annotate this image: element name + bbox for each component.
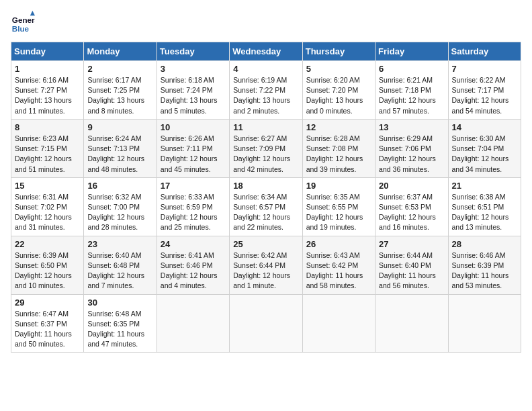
- day-info-line: Sunset: 6:50 PM: [15, 261, 67, 269]
- day-info-line: Daylight: 12 hours and 36 minutes.: [379, 154, 436, 173]
- day-info-line: Sunset: 7:15 PM: [15, 144, 67, 152]
- day-info-line: Sunset: 7:20 PM: [306, 86, 359, 94]
- calendar-cell: 14Sunrise: 6:30 AMSunset: 7:04 PMDayligh…: [448, 119, 521, 177]
- calendar-cell: 6Sunrise: 6:21 AMSunset: 7:18 PMDaylight…: [375, 61, 448, 120]
- day-number: 1: [15, 64, 80, 74]
- day-info-line: Daylight: 12 hours and 34 minutes.: [452, 154, 509, 173]
- day-info: Sunrise: 6:32 AMSunset: 7:00 PMDaylight:…: [87, 192, 152, 233]
- day-info-line: Sunrise: 6:46 AM: [452, 251, 506, 259]
- day-number: 22: [15, 239, 80, 249]
- day-number: 5: [306, 64, 371, 74]
- day-info: Sunrise: 6:27 AMSunset: 7:09 PMDaylight:…: [233, 134, 298, 175]
- day-info: Sunrise: 6:35 AMSunset: 6:55 PMDaylight:…: [306, 192, 371, 233]
- day-info-line: Daylight: 12 hours and 4 minutes.: [161, 271, 218, 289]
- calendar-cell: 23Sunrise: 6:40 AMSunset: 6:48 PMDayligh…: [84, 236, 157, 294]
- day-info-line: Sunset: 7:08 PM: [306, 144, 359, 152]
- day-info: Sunrise: 6:21 AMSunset: 7:18 PMDaylight:…: [379, 75, 444, 116]
- day-info-line: Daylight: 12 hours and 39 minutes.: [306, 154, 363, 173]
- day-info-line: Sunset: 6:42 PM: [306, 261, 359, 269]
- day-info-line: Sunrise: 6:26 AM: [161, 134, 214, 142]
- calendar-cell: 20Sunrise: 6:37 AMSunset: 6:53 PMDayligh…: [375, 177, 448, 236]
- day-number: 10: [161, 122, 226, 132]
- calendar-week-row: 1Sunrise: 6:16 AMSunset: 7:27 PMDaylight…: [11, 61, 521, 120]
- calendar-cell: 27Sunrise: 6:44 AMSunset: 6:40 PMDayligh…: [375, 236, 448, 294]
- svg-text:Blue: Blue: [12, 24, 30, 33]
- day-info-line: Sunrise: 6:16 AM: [15, 76, 69, 84]
- col-header-monday: Monday: [84, 42, 157, 61]
- day-info: Sunrise: 6:26 AMSunset: 7:11 PMDaylight:…: [161, 134, 226, 175]
- day-info-line: Sunrise: 6:39 AM: [15, 251, 69, 259]
- day-info: Sunrise: 6:46 AMSunset: 6:39 PMDaylight:…: [452, 250, 517, 291]
- day-info-line: Daylight: 12 hours and 25 minutes.: [161, 213, 218, 231]
- day-info-line: Sunrise: 6:20 AM: [306, 76, 360, 84]
- day-info-line: Daylight: 13 hours and 5 minutes.: [161, 96, 218, 114]
- day-info: Sunrise: 6:42 AMSunset: 6:44 PMDaylight:…: [233, 250, 298, 291]
- calendar-table: SundayMondayTuesdayWednesdayThursdayFrid…: [11, 42, 521, 353]
- day-info-line: Sunset: 6:59 PM: [161, 203, 213, 211]
- calendar-week-row: 15Sunrise: 6:31 AMSunset: 7:02 PMDayligh…: [11, 177, 521, 236]
- day-info: Sunrise: 6:20 AMSunset: 7:20 PMDaylight:…: [306, 75, 371, 116]
- day-number: 3: [161, 64, 226, 74]
- day-info-line: Daylight: 11 hours and 58 minutes.: [306, 271, 363, 289]
- day-info: Sunrise: 6:16 AMSunset: 7:27 PMDaylight:…: [15, 75, 80, 116]
- day-info-line: Sunset: 7:25 PM: [87, 86, 140, 94]
- col-header-saturday: Saturday: [448, 42, 521, 61]
- day-number: 17: [161, 181, 226, 191]
- day-info-line: Sunset: 7:27 PM: [15, 86, 67, 94]
- day-info-line: Daylight: 12 hours and 16 minutes.: [379, 213, 436, 231]
- day-info-line: Daylight: 13 hours and 11 minutes.: [15, 96, 72, 114]
- day-info: Sunrise: 6:17 AMSunset: 7:25 PMDaylight:…: [87, 75, 152, 116]
- day-info-line: Daylight: 12 hours and 7 minutes.: [87, 271, 144, 289]
- day-number: 12: [306, 122, 371, 132]
- calendar-cell: 21Sunrise: 6:38 AMSunset: 6:51 PMDayligh…: [448, 177, 521, 236]
- calendar-cell: 9Sunrise: 6:24 AMSunset: 7:13 PMDaylight…: [84, 119, 157, 177]
- calendar-cell: 30Sunrise: 6:48 AMSunset: 6:35 PMDayligh…: [84, 294, 157, 353]
- day-info: Sunrise: 6:30 AMSunset: 7:04 PMDaylight:…: [452, 134, 517, 175]
- calendar-cell: 25Sunrise: 6:42 AMSunset: 6:44 PMDayligh…: [230, 236, 302, 294]
- col-header-friday: Friday: [375, 42, 448, 61]
- day-info-line: Sunset: 6:48 PM: [87, 261, 140, 269]
- day-info-line: Daylight: 12 hours and 54 minutes.: [452, 96, 509, 114]
- day-info: Sunrise: 6:22 AMSunset: 7:17 PMDaylight:…: [452, 75, 517, 116]
- day-info: Sunrise: 6:47 AMSunset: 6:37 PMDaylight:…: [15, 309, 80, 350]
- day-number: 9: [87, 122, 152, 132]
- day-info-line: Sunrise: 6:40 AM: [87, 251, 141, 259]
- day-info-line: Sunrise: 6:38 AM: [452, 193, 506, 201]
- day-number: 25: [233, 239, 298, 249]
- day-info-line: Sunset: 7:13 PM: [87, 144, 140, 152]
- day-info-line: Sunset: 7:17 PM: [452, 86, 504, 94]
- day-info-line: Sunset: 6:37 PM: [15, 320, 67, 328]
- calendar-cell: 26Sunrise: 6:43 AMSunset: 6:42 PMDayligh…: [302, 236, 375, 294]
- day-info-line: Daylight: 12 hours and 28 minutes.: [87, 213, 144, 231]
- day-info: Sunrise: 6:40 AMSunset: 6:48 PMDaylight:…: [87, 250, 152, 291]
- day-info-line: Sunset: 6:46 PM: [161, 261, 213, 269]
- day-info: Sunrise: 6:24 AMSunset: 7:13 PMDaylight:…: [87, 134, 152, 175]
- calendar-cell: 7Sunrise: 6:22 AMSunset: 7:17 PMDaylight…: [448, 61, 521, 120]
- day-info: Sunrise: 6:37 AMSunset: 6:53 PMDaylight:…: [379, 192, 444, 233]
- day-info-line: Daylight: 11 hours and 53 minutes.: [452, 271, 509, 289]
- day-info-line: Daylight: 12 hours and 31 minutes.: [15, 213, 72, 231]
- day-info: Sunrise: 6:28 AMSunset: 7:08 PMDaylight:…: [306, 134, 371, 175]
- day-number: 29: [15, 298, 80, 308]
- logo: General Blue: [11, 11, 35, 35]
- calendar-cell: 3Sunrise: 6:18 AMSunset: 7:24 PMDaylight…: [157, 61, 229, 120]
- day-info-line: Sunrise: 6:37 AM: [379, 193, 433, 201]
- day-number: 8: [15, 122, 80, 132]
- day-number: 4: [233, 64, 298, 74]
- day-info-line: Daylight: 12 hours and 13 minutes.: [452, 213, 509, 231]
- day-info-line: Sunset: 7:00 PM: [87, 203, 140, 211]
- calendar-cell: 12Sunrise: 6:28 AMSunset: 7:08 PMDayligh…: [302, 119, 375, 177]
- day-info-line: Daylight: 12 hours and 42 minutes.: [233, 154, 290, 173]
- day-info-line: Sunset: 7:06 PM: [379, 144, 431, 152]
- calendar-cell: 16Sunrise: 6:32 AMSunset: 7:00 PMDayligh…: [84, 177, 157, 236]
- calendar-cell: 10Sunrise: 6:26 AMSunset: 7:11 PMDayligh…: [157, 119, 229, 177]
- day-info: Sunrise: 6:41 AMSunset: 6:46 PMDaylight:…: [161, 250, 226, 291]
- day-number: 21: [452, 181, 517, 191]
- day-info-line: Daylight: 11 hours and 50 minutes.: [15, 330, 72, 348]
- day-number: 14: [452, 122, 517, 132]
- day-number: 13: [379, 122, 444, 132]
- day-info-line: Sunrise: 6:27 AM: [233, 134, 287, 142]
- col-header-tuesday: Tuesday: [157, 42, 229, 61]
- day-info: Sunrise: 6:19 AMSunset: 7:22 PMDaylight:…: [233, 75, 298, 116]
- day-info-line: Sunrise: 6:23 AM: [15, 134, 69, 142]
